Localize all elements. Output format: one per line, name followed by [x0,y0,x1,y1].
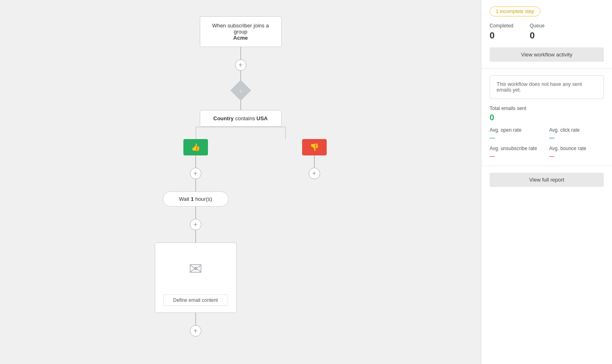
avg-unsub-rate-value: — [490,153,544,159]
avg-open-rate: Avg. open rate — [490,127,544,141]
thumbs-down-icon: 👎 [310,143,319,152]
add-step-btn-1[interactable]: + [235,59,246,71]
view-report-button[interactable]: View full report [490,173,604,187]
yes-button[interactable]: 👍 [183,139,208,155]
queue-label: Queue [530,23,544,29]
queue-value: 0 [530,30,544,41]
add-step-btn-yes[interactable]: + [190,168,201,179]
workflow-canvas: When subscriber joins a group Acme + ⬦ C… [118,16,364,364]
condition-value: USA [257,115,268,121]
thumbs-up-icon: 👍 [191,143,200,152]
wait-node[interactable]: Wait 1 hour(s) [163,191,228,207]
avg-unsub-rate: Avg. unsubscribe rate — [490,146,544,159]
avg-open-rate-value: — [490,135,544,141]
add-step-btn-yes-3[interactable]: + [190,325,201,337]
trigger-text-line1: When subscriber joins a group [212,22,269,35]
trigger-text-line2: Acme [233,35,248,41]
condition-operator: contains [235,115,255,121]
view-activity-button[interactable]: View workflow activity [490,47,604,62]
yes-connector-5 [195,313,196,325]
condition-diamond: ⬦ [230,80,251,101]
trigger-node[interactable]: When subscriber joins a group Acme [200,16,282,47]
avg-click-rate-value: — [549,135,604,141]
email-node[interactable]: ✉ Define email content [155,243,237,313]
completed-value: 0 [490,30,513,41]
connector-line-1 [240,47,241,59]
panel-divider-2 [481,166,612,166]
yes-branch: 👍 + Wait 1 hour(s) + [155,139,237,337]
completed-stat: Completed 0 [490,23,513,41]
branch-area: 👍 + Wait 1 hour(s) + [118,139,364,337]
completed-label: Completed [490,23,513,29]
wait-suffix: hour(s) [195,196,212,202]
stats-row: Completed 0 Queue 0 [490,23,604,41]
avg-click-rate: Avg. click rate — [549,127,604,141]
condition-icon: ⬦ [239,87,242,94]
email-icon: ✉ [189,259,203,278]
rates-grid: Avg. open rate — Avg. click rate — Avg. … [490,127,604,159]
panel-divider-1 [481,68,612,69]
no-button[interactable]: 👎 [302,139,327,155]
avg-bounce-rate-value: — [549,153,604,159]
total-emails-value: 0 [490,113,604,122]
no-branch: 👎 + [302,139,327,179]
avg-bounce-rate: Avg. bounce rate — [549,146,604,159]
define-email-btn[interactable]: Define email content [163,294,228,306]
add-step-btn-yes-2[interactable]: + [190,219,201,230]
wait-value: 1 [191,196,194,202]
total-emails-section: Total emails sent 0 [490,106,604,122]
yes-connector-2 [195,179,196,191]
condition-node[interactable]: Country contains USA [200,110,282,127]
wait-prefix: Wait [179,196,190,202]
total-emails-label: Total emails sent [490,106,604,111]
workflow-area: When subscriber joins a group Acme + ⬦ C… [0,0,481,364]
add-step-btn-no[interactable]: + [309,168,320,179]
no-connector-1 [314,155,315,168]
incomplete-badge: 1 incomplete step [490,7,540,16]
right-panel: 1 incomplete step Completed 0 Queue 0 Vi… [481,0,612,364]
yes-connector-1 [195,155,196,168]
yes-connector-4 [195,230,196,243]
condition-label: Country [213,115,234,121]
no-emails-notice: This workflow does not have any sent ema… [490,75,604,99]
branch-connector [179,127,302,139]
yes-connector-3 [195,207,196,219]
queue-stat: Queue 0 [530,23,544,41]
